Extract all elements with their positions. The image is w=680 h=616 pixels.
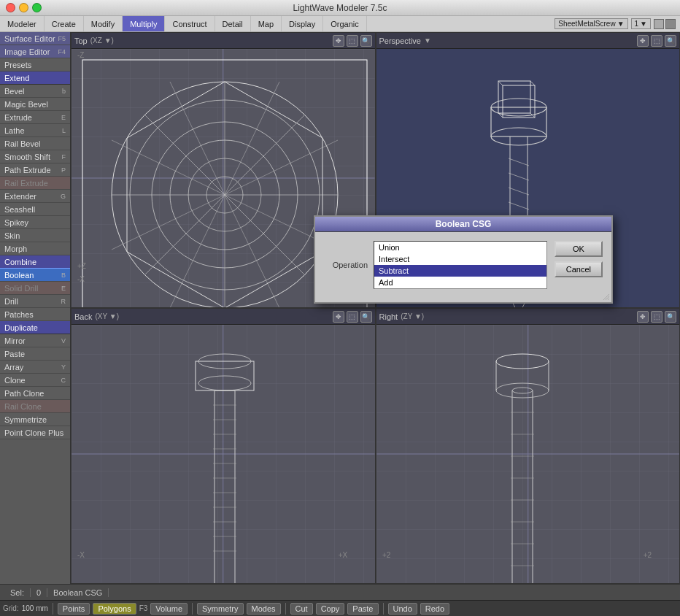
- window-controls[interactable]: [6, 3, 42, 12]
- divider-3: [285, 603, 286, 615]
- op-union[interactable]: Union: [374, 242, 546, 253]
- vp-back-fit[interactable]: ⬚: [347, 311, 358, 323]
- sidebar-paste[interactable]: Paste: [0, 347, 70, 361]
- sidebar-lathe[interactable]: Lathe L: [0, 124, 70, 137]
- sidebar-boolean[interactable]: Boolean B: [0, 269, 70, 282]
- sidebar-rail-clone[interactable]: Rail Clone: [0, 400, 70, 413]
- sidebar-spikey[interactable]: Spikey: [0, 216, 70, 229]
- menu-display[interactable]: Display: [282, 16, 323, 31]
- viewport-back-label: Back (XY ▼): [74, 312, 119, 321]
- sidebar-extender[interactable]: Extender G: [0, 190, 70, 203]
- back-viewport-grid: -X +X: [72, 325, 375, 583]
- dialog-resize-handle[interactable]: [601, 292, 610, 301]
- layer-icon-2[interactable]: [665, 19, 676, 29]
- viewport-right-canvas[interactable]: +2 +2: [376, 325, 680, 583]
- viewport-right[interactable]: Right (ZY ▼) ✥ ⬚ 🔍: [376, 308, 681, 584]
- viewport-perspective-controls: ✥ ⬚ 🔍: [637, 35, 676, 47]
- polygons-button[interactable]: Polygons: [93, 603, 136, 615]
- viewport-back[interactable]: Back (XY ▼) ✥ ⬚ 🔍: [71, 308, 376, 584]
- polygons-shortcut: F3: [139, 604, 148, 612]
- viewport-back-controls: ✥ ⬚ 🔍: [333, 311, 372, 323]
- minimize-button[interactable]: [19, 3, 28, 12]
- cancel-button[interactable]: Cancel: [555, 261, 603, 277]
- sidebar-path-extrude[interactable]: Path Extrude P: [0, 163, 70, 177]
- layer-icon-1[interactable]: [654, 19, 664, 29]
- redo-button[interactable]: Redo: [420, 603, 449, 615]
- maximize-button[interactable]: [32, 3, 42, 12]
- menu-construct[interactable]: Construct: [165, 16, 215, 31]
- op-intersect[interactable]: Intersect: [374, 253, 546, 265]
- sidebar-patches[interactable]: Patches: [0, 308, 70, 321]
- sidebar-bevel[interactable]: Bevel b: [0, 85, 70, 98]
- menu-organic[interactable]: Organic: [323, 16, 367, 31]
- viewport-back-canvas[interactable]: -X +X: [72, 325, 375, 583]
- sidebar-extend-header[interactable]: Extend: [0, 72, 70, 85]
- viewports-area: Top (XZ ▼) ✥ ⬚ 🔍: [71, 32, 680, 584]
- dialog-right-panel: OK Cancel: [555, 241, 603, 293]
- sidebar-mirror[interactable]: Mirror V: [0, 334, 70, 347]
- sidebar-extrude[interactable]: Extrude E: [0, 111, 70, 124]
- sidebar-point-clone-plus[interactable]: Point Clone Plus: [0, 426, 70, 439]
- op-subtract[interactable]: Subtract: [374, 265, 546, 277]
- points-button[interactable]: Points: [58, 603, 90, 615]
- grid-label: Grid:: [3, 604, 19, 612]
- operation-list[interactable]: Union Intersect Subtract Add: [374, 241, 547, 289]
- svg-text:-X: -X: [77, 275, 85, 283]
- viewport-right-label: Right (ZY ▼): [379, 312, 425, 321]
- volume-button[interactable]: Volume: [150, 603, 188, 615]
- undo-button[interactable]: Undo: [388, 603, 417, 615]
- cut-button[interactable]: Cut: [290, 603, 313, 615]
- boolean-csg-dialog[interactable]: Boolean CSG Operation Union Intersect Su…: [314, 215, 613, 304]
- menu-create[interactable]: Create: [45, 16, 84, 31]
- vp-right-move[interactable]: ✥: [637, 311, 649, 323]
- close-button[interactable]: [6, 3, 15, 12]
- sidebar-combine-header[interactable]: Combine: [0, 255, 70, 269]
- svg-line-93: [608, 299, 609, 300]
- app-title: LightWave Modeler 7.5c: [293, 3, 387, 13]
- sidebar-duplicate-header[interactable]: Duplicate: [0, 321, 70, 334]
- menu-modeler[interactable]: Modeler: [0, 16, 45, 31]
- sidebar-image-editor[interactable]: Image Editor F4: [0, 45, 70, 58]
- paste-button[interactable]: Paste: [347, 603, 378, 615]
- layer-icons: [654, 19, 676, 29]
- sidebar-seashell[interactable]: Seashell: [0, 203, 70, 216]
- sidebar-rail-extrude[interactable]: Rail Extrude: [0, 177, 70, 190]
- sidebar-symmetrize[interactable]: Symmetrize: [0, 413, 70, 426]
- vp-back-move[interactable]: ✥: [333, 311, 344, 323]
- sidebar-morph[interactable]: Morph: [0, 242, 70, 255]
- ok-button[interactable]: OK: [555, 241, 603, 257]
- sidebar-drill[interactable]: Drill R: [0, 295, 70, 308]
- op-add[interactable]: Add: [374, 277, 546, 288]
- vp-persp-fit[interactable]: ⬚: [651, 35, 662, 47]
- vp-persp-zoom[interactable]: 🔍: [665, 35, 676, 47]
- copy-button[interactable]: Copy: [316, 603, 345, 615]
- vp-move-icon[interactable]: ✥: [333, 35, 344, 47]
- layer-num-dropdown[interactable]: 1 ▼: [631, 18, 651, 29]
- sidebar-solid-drill[interactable]: Solid Drill E: [0, 282, 70, 295]
- svg-text:+X: +X: [339, 551, 348, 559]
- sidebar-clone[interactable]: Clone C: [0, 374, 70, 387]
- sidebar-skin[interactable]: Skin: [0, 229, 70, 242]
- sidebar-smooth-shift[interactable]: Smooth Shift F: [0, 150, 70, 163]
- dialog-title: Boolean CSG: [315, 217, 611, 232]
- sidebar-array[interactable]: Array Y: [0, 361, 70, 374]
- vp-back-zoom[interactable]: 🔍: [360, 311, 372, 323]
- vp-zoom-icon[interactable]: 🔍: [360, 35, 372, 47]
- menu-map[interactable]: Map: [251, 16, 282, 31]
- symmetry-button[interactable]: Symmetry: [197, 603, 244, 615]
- sidebar-surface-editor[interactable]: Surface Editor F5: [0, 32, 70, 45]
- vp-right-fit[interactable]: ⬚: [651, 311, 662, 323]
- sidebar-path-clone[interactable]: Path Clone: [0, 387, 70, 400]
- vp-fit-icon[interactable]: ⬚: [347, 35, 358, 47]
- svg-text:-Z: -Z: [77, 51, 84, 59]
- vp-right-zoom[interactable]: 🔍: [665, 311, 676, 323]
- menu-multiply[interactable]: Multiply: [123, 16, 165, 31]
- sidebar-magic-bevel[interactable]: Magic Bevel: [0, 98, 70, 111]
- vp-persp-move[interactable]: ✥: [637, 35, 649, 47]
- menu-modify[interactable]: Modify: [84, 16, 123, 31]
- layer-name-dropdown[interactable]: SheetMetalScrew ▼: [555, 18, 627, 29]
- sidebar-presets[interactable]: Presets: [0, 58, 70, 72]
- menu-detail[interactable]: Detail: [215, 16, 251, 31]
- sidebar-rail-bevel[interactable]: Rail Bevel: [0, 137, 70, 150]
- modes-button[interactable]: Modes: [247, 603, 281, 615]
